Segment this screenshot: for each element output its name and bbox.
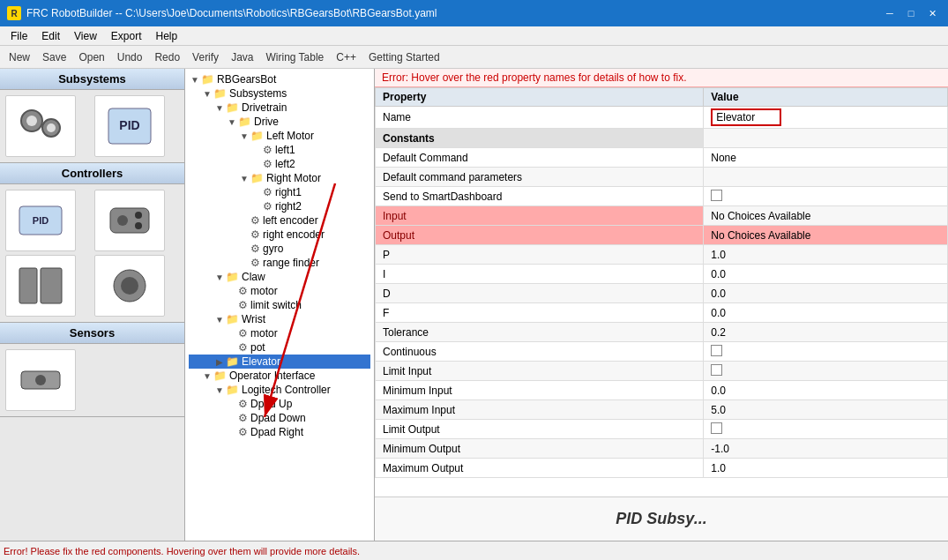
- menu-view[interactable]: View: [67, 28, 104, 44]
- tree-item-motor[interactable]: ⚙motor: [189, 284, 370, 298]
- prop-value[interactable]: [704, 187, 948, 206]
- close-button[interactable]: ✕: [923, 4, 941, 22]
- controller-icon-4[interactable]: [94, 255, 165, 317]
- tree-item-gyro[interactable]: ⚙gyro: [189, 242, 370, 256]
- tree-item-wrist[interactable]: ▼📁Wrist: [189, 312, 370, 326]
- prop-value: -1.0: [704, 439, 948, 459]
- menu-file[interactable]: File: [4, 28, 34, 44]
- tree-label: left2: [275, 158, 295, 170]
- tree-item-motor[interactable]: ⚙motor: [189, 326, 370, 340]
- tree-item-right-encoder[interactable]: ⚙right encoder: [189, 228, 370, 242]
- checkbox-limit-output[interactable]: [711, 422, 722, 434]
- toolbar: NewSaveOpenUndoRedoVerifyJavaWiring Tabl…: [0, 46, 948, 69]
- toolbar-redo[interactable]: Redo: [149, 49, 185, 65]
- controller-icon-1[interactable]: PID: [5, 190, 76, 251]
- tree-item-drive[interactable]: ▼📁Drive: [189, 115, 370, 129]
- tree-item-dpad-right[interactable]: ⚙Dpad Right: [189, 425, 370, 439]
- sensors-icons: [0, 344, 184, 416]
- svg-text:PID: PID: [33, 215, 49, 226]
- tree-label: Right Motor: [266, 172, 321, 184]
- toolbar-java[interactable]: Java: [226, 49, 258, 65]
- toolbar-open[interactable]: Open: [73, 49, 109, 65]
- tree-item-left-encoder[interactable]: ⚙left encoder: [189, 213, 370, 228]
- tree-item-logitech-controller[interactable]: ▼📁Logitech Controller: [189, 383, 370, 397]
- controllers-icons: PID: [0, 184, 184, 322]
- tree-item-operator-interface[interactable]: ▼📁Operator Interface: [189, 369, 370, 383]
- subsystems-icons: PID: [0, 90, 184, 162]
- toolbar-c++[interactable]: C++: [331, 49, 362, 65]
- tree-item-right1[interactable]: ⚙right1: [189, 185, 370, 199]
- toolbar-getting-started[interactable]: Getting Started: [363, 49, 445, 65]
- prop-row-maximum-input: Maximum Input5.0: [376, 400, 948, 420]
- tree-item-claw[interactable]: ▼📁Claw: [189, 270, 370, 284]
- tree-label: left1: [275, 144, 295, 156]
- subsystem-icon-2[interactable]: PID: [94, 95, 165, 157]
- prop-value[interactable]: [704, 362, 948, 381]
- prop-name: Name: [376, 107, 704, 129]
- tree-item-limit-switch[interactable]: ⚙limit switch: [189, 298, 370, 312]
- maximize-button[interactable]: □: [902, 4, 920, 22]
- error-banner: Error: Hover over the red property names…: [375, 69, 948, 87]
- tree-item-right2[interactable]: ⚙right2: [189, 199, 370, 213]
- svg-point-10: [135, 212, 142, 219]
- prop-row-minimum-output: Minimum Output-1.0: [376, 439, 948, 459]
- toolbar-undo[interactable]: Undo: [112, 49, 148, 65]
- tree-label: motor: [250, 327, 278, 340]
- prop-value: 0.0: [704, 381, 948, 400]
- pid-preview: PID Subsy...: [375, 497, 948, 541]
- tree-item-left2[interactable]: ⚙left2: [189, 157, 370, 171]
- window-title: FRC RobotBuilder -- C:\Users\Joe\Documen…: [26, 7, 437, 19]
- toolbar-new[interactable]: New: [4, 49, 35, 65]
- properties-table: Property Value NameElevatorConstantsDefa…: [375, 87, 948, 497]
- prop-name: Constants: [376, 129, 704, 148]
- toolbar-verify[interactable]: Verify: [187, 49, 224, 65]
- minimize-button[interactable]: ─: [881, 4, 899, 22]
- tree-item-elevator[interactable]: ▶📁Elevator: [189, 355, 370, 369]
- prop-row-d: D0.0: [376, 284, 948, 303]
- tree-label: Dpad Down: [250, 412, 306, 424]
- prop-row-continuous: Continuous: [376, 342, 948, 362]
- controllers-section: Controllers PID: [0, 163, 184, 323]
- prop-value[interactable]: [704, 420, 948, 439]
- toolbar-save[interactable]: Save: [37, 49, 71, 65]
- tree-item-pot[interactable]: ⚙pot: [189, 340, 370, 355]
- svg-point-3: [47, 123, 56, 132]
- tree-item-dpad-up[interactable]: ⚙Dpad Up: [189, 397, 370, 411]
- menu-export[interactable]: Export: [104, 28, 149, 44]
- svg-point-11: [135, 222, 142, 229]
- sensor-icon-1[interactable]: [5, 349, 76, 411]
- prop-value: No Choices Available: [704, 226, 948, 245]
- menu-edit[interactable]: Edit: [34, 28, 67, 44]
- tree-label: range finder: [263, 257, 319, 269]
- prop-name: Default command parameters: [376, 168, 704, 187]
- prop-row-default-command: Default CommandNone: [376, 148, 948, 168]
- tree-item-rbgearsbot[interactable]: ▼📁RBGearsBot: [189, 72, 370, 86]
- tree-label: Operator Interface: [229, 370, 315, 382]
- tree-item-right-motor[interactable]: ▼📁Right Motor: [189, 171, 370, 185]
- tree-item-dpad-down[interactable]: ⚙Dpad Down: [189, 411, 370, 425]
- checkbox-send-to-smartdashboard[interactable]: [711, 190, 722, 201]
- tree-label: Drive: [254, 116, 279, 128]
- col-value: Value: [704, 88, 948, 107]
- tree-item-left1[interactable]: ⚙left1: [189, 143, 370, 157]
- tree-item-range-finder[interactable]: ⚙range finder: [189, 256, 370, 270]
- menu-help[interactable]: Help: [149, 28, 185, 44]
- controller-icon-2[interactable]: [94, 190, 165, 251]
- tree-label: pot: [250, 341, 265, 354]
- prop-name: Limit Output: [376, 420, 704, 439]
- tree-item-drivetrain[interactable]: ▼📁Drivetrain: [189, 101, 370, 115]
- status-bar: Error! Please fix the red components. Ho…: [0, 541, 948, 560]
- prop-value[interactable]: [704, 342, 948, 362]
- tree-item-subsystems[interactable]: ▼📁Subsystems: [189, 86, 370, 101]
- checkbox-continuous[interactable]: [711, 345, 722, 356]
- checkbox-limit-input[interactable]: [711, 364, 722, 376]
- svg-point-1: [26, 116, 37, 126]
- subsystem-icon-1[interactable]: [5, 95, 76, 157]
- prop-value[interactable]: Elevator: [704, 107, 948, 129]
- toolbar-wiring-table[interactable]: Wiring Table: [260, 49, 329, 65]
- right-panel: Error: Hover over the red property names…: [375, 69, 948, 541]
- tree-item-left-motor[interactable]: ▼📁Left Motor: [189, 129, 370, 143]
- controller-icon-3[interactable]: [5, 255, 76, 317]
- prop-name: Continuous: [376, 342, 704, 362]
- tree-label: Subsystems: [229, 87, 287, 100]
